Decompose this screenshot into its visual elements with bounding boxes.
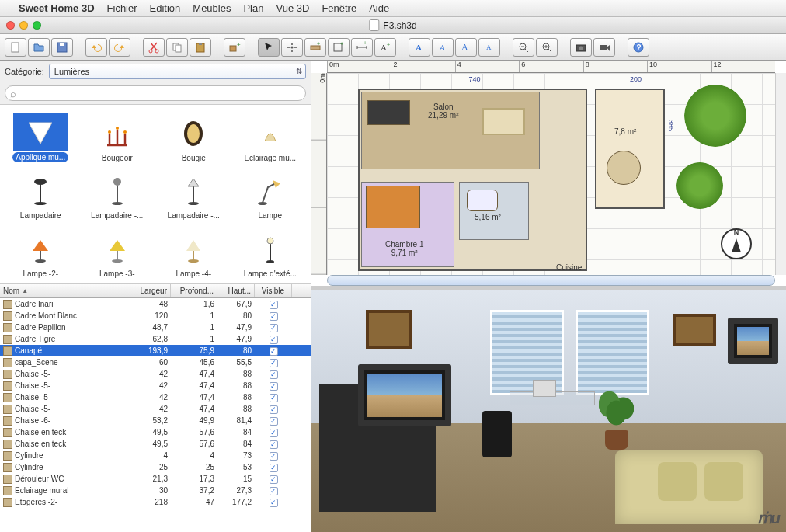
visible-checkbox[interactable]: ✓ (270, 324, 278, 332)
table-row[interactable]: Chaise -5- 42 47,4 88 ✓ (0, 403, 311, 415)
menu-3dview[interactable]: Vue 3D (276, 2, 309, 14)
table-row[interactable]: Chaise -5- 42 47,4 88 ✓ (0, 380, 311, 391)
3d-view[interactable]: ṁu (311, 290, 786, 532)
visible-checkbox[interactable]: ✓ (270, 417, 278, 426)
table-row[interactable]: Chaise -5- 42 47,4 88 ✓ (0, 368, 311, 380)
visible-checkbox[interactable]: ✓ (270, 475, 278, 484)
table-row[interactable]: Eclairage mural 30 37,2 27,3 ✓ (0, 485, 311, 496)
visible-checkbox[interactable]: ✓ (270, 405, 278, 414)
visible-checkbox[interactable]: ✓ (270, 499, 278, 507)
plan-vertical-scrollbar[interactable] (775, 73, 786, 275)
paste-button[interactable] (190, 38, 211, 57)
tree-object[interactable] (684, 85, 746, 147)
catalog-item[interactable]: Lampe -3- (80, 224, 155, 280)
plan-view[interactable]: 0m24681012 0m 740 200 385 Salon21,29 m² (311, 61, 786, 290)
catalog-item[interactable]: Lampe -2- (3, 224, 78, 280)
room-annex[interactable] (595, 89, 665, 209)
zoom-out-button[interactable] (513, 38, 534, 57)
menu-edit[interactable]: Edition (150, 2, 181, 14)
increase-text-button[interactable]: A (455, 38, 477, 57)
catalog-item[interactable]: Lampe d'exté... (233, 224, 308, 280)
catalog-item[interactable]: Bougie (156, 108, 231, 164)
catalog-item[interactable]: Applique mu... (3, 108, 78, 164)
window-close-button[interactable] (6, 21, 15, 30)
menu-window[interactable]: Fenêtre (322, 2, 356, 14)
row-depth: 25 (171, 462, 217, 472)
svg-marker-30 (29, 123, 52, 144)
add-furniture-button[interactable]: + (224, 38, 245, 57)
table-row[interactable]: Etagères -2- 218 47 177,2 ✓ (0, 496, 311, 508)
wall-tool-button[interactable]: + (304, 38, 326, 57)
category-select[interactable]: Lumières (49, 64, 306, 79)
window-minimize-button[interactable] (19, 21, 28, 30)
new-button[interactable] (5, 38, 26, 57)
menu-file[interactable]: Fichier (107, 2, 137, 14)
cut-button[interactable] (143, 38, 165, 57)
decrease-text-button[interactable]: A (478, 38, 500, 57)
svg-text:+: + (317, 41, 320, 47)
text-tool-button[interactable]: A+ (374, 38, 396, 57)
table-row[interactable]: Cylindre 25 25 53 ✓ (0, 461, 311, 473)
italic-button[interactable]: A (432, 38, 454, 57)
plan-canvas[interactable]: 740 200 385 Salon21,29 m² Chambre 19,71 … (327, 73, 775, 275)
visible-checkbox[interactable]: ✓ (270, 347, 278, 356)
select-tool-button[interactable] (258, 38, 280, 57)
catalog-item[interactable]: Lampe (233, 165, 308, 221)
visible-checkbox[interactable]: ✓ (270, 452, 278, 461)
visible-checkbox[interactable]: ✓ (270, 301, 278, 309)
search-input[interactable] (5, 85, 306, 101)
tree-object[interactable] (676, 162, 723, 209)
table-row[interactable]: Chaise -6- 53,2 49,9 81,4 ✓ (0, 415, 311, 426)
catalog-item[interactable]: Bougeoir (80, 108, 155, 164)
dimension-tool-button[interactable]: + (351, 38, 373, 57)
catalog-item[interactable]: Eclairage mu... (233, 108, 308, 164)
table-row[interactable]: Cadre Mont Blanc 120 1 80 ✓ (0, 310, 311, 322)
catalog-item[interactable]: Lampadaire -... (80, 165, 155, 221)
table-row[interactable]: Dérouleur WC 21,3 17,3 15 ✓ (0, 473, 311, 485)
zoom-in-button[interactable] (536, 38, 558, 57)
visible-checkbox[interactable]: ✓ (270, 359, 278, 367)
visible-checkbox[interactable]: ✓ (270, 394, 278, 402)
visible-checkbox[interactable]: ✓ (270, 370, 278, 379)
table-row[interactable]: Cylindre 4 4 73 ✓ (0, 450, 311, 461)
menu-help[interactable]: Aide (369, 2, 389, 14)
visible-checkbox[interactable]: ✓ (270, 464, 278, 472)
window-zoom-button[interactable] (33, 21, 41, 30)
video-button[interactable] (593, 38, 615, 57)
open-button[interactable] (28, 38, 50, 57)
visible-checkbox[interactable]: ✓ (270, 429, 278, 437)
row-name: Cylindre (15, 451, 43, 460)
table-row[interactable]: Cadre Tigre 62,8 1 47,9 ✓ (0, 333, 311, 345)
redo-button[interactable] (109, 38, 130, 57)
undo-button[interactable] (85, 38, 107, 57)
visible-checkbox[interactable]: ✓ (270, 382, 278, 391)
table-row[interactable]: Canapé 193,9 75,9 80 ✓ (0, 345, 311, 356)
table-row[interactable]: Cadre Inari 48 1,6 67,9 ✓ (0, 298, 311, 310)
catalog-item[interactable]: Lampadaire (3, 165, 78, 221)
visible-checkbox[interactable]: ✓ (270, 440, 278, 449)
catalog-item[interactable]: Lampe -4- (156, 224, 231, 280)
photo-button[interactable] (570, 38, 592, 57)
row-width: 48,7 (127, 322, 171, 332)
table-header[interactable]: Nom ▲ Largeur Profond... Haut... Visible (0, 283, 311, 298)
visible-checkbox[interactable]: ✓ (270, 312, 278, 321)
menu-plan[interactable]: Plan (243, 2, 263, 14)
visible-checkbox[interactable]: ✓ (270, 487, 278, 495)
help-button[interactable]: ? (628, 38, 649, 57)
row-name: capa_Scene (15, 358, 58, 367)
menu-furniture[interactable]: Meubles (193, 2, 231, 14)
visible-checkbox[interactable]: ✓ (270, 336, 278, 344)
plan-horizontal-scrollbar[interactable] (327, 275, 775, 286)
table-row[interactable]: Chaise en teck 49,5 57,6 84 ✓ (0, 426, 311, 438)
app-menu[interactable]: Sweet Home 3D (19, 2, 95, 14)
bold-button[interactable]: A (409, 38, 430, 57)
room-tool-button[interactable]: + (328, 38, 350, 57)
table-row[interactable]: capa_Scene 60 45,6 55,5 ✓ (0, 356, 311, 368)
pan-tool-button[interactable] (281, 38, 303, 57)
catalog-item[interactable]: Lampadaire -... (156, 165, 231, 221)
table-row[interactable]: Cadre Papillon 48,7 1 47,9 ✓ (0, 322, 311, 333)
save-button[interactable] (51, 38, 73, 57)
table-row[interactable]: Chaise en teck 49,5 57,6 84 ✓ (0, 438, 311, 450)
table-row[interactable]: Chaise -5- 42 47,4 88 ✓ (0, 391, 311, 403)
copy-button[interactable] (166, 38, 188, 57)
